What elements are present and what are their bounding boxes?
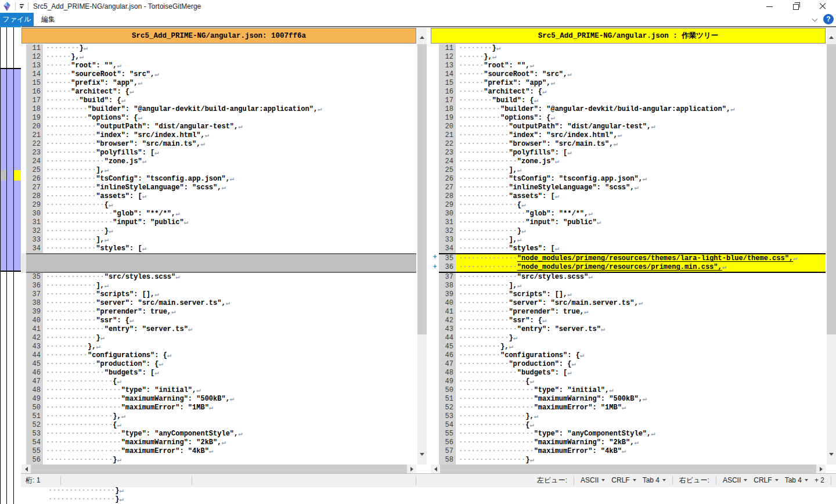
left-horizontal-scrollbar[interactable]: [21, 465, 416, 473]
code-line[interactable]: 56··················"maximumWarning": "2…: [431, 438, 826, 447]
scroll-left-icon[interactable]: [431, 465, 440, 473]
code-line[interactable]: 37··············"src/styles.scss"↵: [431, 273, 826, 282]
code-line[interactable]: 41··············"entry": "server.ts"↵: [21, 325, 416, 334]
code-line[interactable]: 15······"prefix": "app",↵: [431, 79, 826, 88]
scrollbar-thumb[interactable]: [440, 465, 816, 473]
scroll-left-icon[interactable]: [21, 465, 31, 473]
code-line[interactable]: 30················"glob": "**/*",↵: [21, 210, 416, 218]
code-line[interactable]: +35··············"node_modules/primeng/r…: [431, 253, 826, 263]
code-line[interactable]: 33············],↵: [21, 236, 416, 244]
code-line[interactable]: 31················"input": "public"↵: [21, 218, 416, 227]
code-line[interactable]: 27············"inlineStyleLanguage": "sc…: [21, 183, 416, 192]
code-line[interactable]: 18··········"builder": "@angular-devkit/…: [21, 105, 416, 114]
scroll-down-icon[interactable]: [827, 449, 836, 459]
code-line[interactable]: 25············],↵: [21, 166, 416, 175]
code-line[interactable]: 24··············"zone.js"↵: [431, 157, 826, 166]
code-line[interactable]: 28············"assets": [↵: [21, 192, 416, 201]
code-line[interactable]: 50··················"type": "initial",↵: [431, 386, 826, 395]
code-line[interactable]: 16······"architect": {↵: [431, 88, 826, 96]
code-line[interactable]: 44············}↵: [431, 334, 826, 343]
code-line[interactable]: 16······"architect": {↵: [21, 88, 416, 96]
left-tab-dropdown[interactable]: Tab 4: [643, 476, 666, 484]
code-line[interactable]: 51··················"maximumWarning": "5…: [431, 395, 826, 404]
code-line[interactable]: 29··············{↵: [21, 201, 416, 210]
scroll-right-icon[interactable]: [407, 465, 416, 473]
scroll-up-icon[interactable]: [417, 33, 427, 42]
right-encoding-dropdown[interactable]: ASCII: [723, 476, 747, 484]
code-line[interactable]: 36············],↵: [21, 282, 416, 290]
code-line[interactable]: 54················{↵: [431, 421, 826, 430]
code-line[interactable]: 48··············"budgets": [↵: [431, 369, 826, 377]
right-vertical-scrollbar[interactable]: [827, 28, 836, 465]
code-line[interactable]: 41············"prerender": true,↵: [431, 308, 826, 316]
code-line[interactable]: 21············"index": "src/index.html",…: [21, 131, 416, 140]
code-line[interactable]: 49··················"maximumWarning": "5…: [21, 395, 416, 404]
code-line[interactable]: 18··········"builder": "@angular-devkit/…: [431, 105, 826, 114]
code-line[interactable]: 29··············{↵: [431, 201, 826, 210]
code-line[interactable]: 20············"outputPath": "dist/angula…: [21, 123, 416, 131]
code-line[interactable]: 45············"production": {↵: [21, 360, 416, 369]
code-line[interactable]: 14······"sourceRoot": "src",↵: [431, 70, 826, 79]
right-code-area[interactable]: 11········}↵12······},↵13······"root": "…: [431, 44, 826, 465]
code-line[interactable]: 11········}↵: [431, 44, 826, 53]
scrollbar-thumb[interactable]: [31, 465, 407, 473]
code-line[interactable]: 45··········},↵: [431, 343, 826, 351]
code-line[interactable]: 39············"scripts": [],↵: [431, 290, 826, 299]
code-line[interactable]: 19··········"options": {↵: [431, 114, 826, 123]
code-line[interactable]: 52················{↵: [21, 421, 416, 430]
restore-button[interactable]: [783, 0, 809, 13]
close-button[interactable]: [809, 0, 836, 13]
code-line[interactable]: 23············"polyfills": [↵: [431, 149, 826, 157]
code-line[interactable]: 15······"prefix": "app",↵: [21, 79, 416, 88]
code-line[interactable]: 14······"sourceRoot": "src",↵: [21, 70, 416, 79]
code-line[interactable]: 24··············"zone.js"↵: [21, 157, 416, 166]
left-code-area[interactable]: 11········}↵12······},↵13······"root": "…: [21, 44, 416, 465]
right-horizontal-scrollbar[interactable]: [431, 465, 826, 473]
code-line[interactable]: 35··············"src/styles.scss"↵: [21, 273, 416, 282]
code-line[interactable]: 55··················"maximumError": "4kB…: [21, 447, 416, 456]
code-line[interactable]: 46··········"configurations": {↵: [431, 351, 826, 360]
code-line[interactable]: 11········}↵: [21, 44, 416, 53]
code-line[interactable]: 34············"styles": [↵: [431, 244, 826, 253]
code-line[interactable]: 26············"tsConfig": "tsconfig.app.…: [431, 175, 826, 183]
code-line[interactable]: 42············"ssr": {↵: [431, 316, 826, 325]
scrollbar-thumb[interactable]: [827, 44, 836, 334]
code-line[interactable]: 43··········},↵: [21, 343, 416, 351]
code-line[interactable]: 39············"prerender": true,↵: [21, 308, 416, 316]
code-line[interactable]: 13······"root": "",↵: [431, 62, 826, 70]
code-line[interactable]: 27············"inlineStyleLanguage": "sc…: [431, 183, 826, 192]
code-line[interactable]: 48··················"type": "initial",↵: [21, 386, 416, 395]
code-line[interactable]: 19··········"options": {↵: [21, 114, 416, 123]
locator-bar[interactable]: [0, 27, 21, 504]
code-line[interactable]: 40············"server": "src/main.server…: [431, 299, 826, 308]
code-line[interactable]: 50··················"maximumError": "1MB…: [21, 404, 416, 412]
left-encoding-dropdown[interactable]: ASCII: [581, 476, 605, 484]
code-line[interactable]: 56················}↵: [21, 456, 416, 465]
code-line[interactable]: 44··········"configurations": {↵: [21, 351, 416, 360]
code-line[interactable]: 21············"index": "src/index.html",…: [431, 131, 826, 140]
code-line[interactable]: 30················"glob": "**/*",↵: [431, 210, 826, 218]
quick-access-chevron-icon[interactable]: [19, 4, 24, 9]
code-line[interactable]: 26············"tsConfig": "tsconfig.app.…: [21, 175, 416, 183]
code-line[interactable]: 57··················"maximumError": "4kB…: [431, 447, 826, 456]
code-line[interactable]: 13······"root": "",↵: [21, 62, 416, 70]
scroll-right-icon[interactable]: [816, 465, 826, 473]
left-vertical-scrollbar[interactable]: [417, 28, 427, 465]
code-line[interactable]: 17········"build": {↵: [21, 96, 416, 105]
scroll-down-icon[interactable]: [417, 449, 427, 459]
code-line[interactable]: 40············"ssr": {↵: [21, 316, 416, 325]
code-line[interactable]: 22············"browser": "src/main.ts",↵: [21, 140, 416, 149]
code-line[interactable]: 22············"browser": "src/main.ts",↵: [431, 140, 826, 149]
code-line[interactable]: 38············],↵: [431, 282, 826, 290]
code-line[interactable]: 31················"input": "public"↵: [431, 218, 826, 227]
code-line[interactable]: 51················},↵: [21, 412, 416, 421]
code-line[interactable]: 47············"production": {↵: [431, 360, 826, 369]
code-line[interactable]: 37············"scripts": [],↵: [21, 290, 416, 299]
left-eol-dropdown[interactable]: CRLF: [611, 476, 636, 484]
code-line[interactable]: 25············],↵: [431, 166, 826, 175]
code-line[interactable]: 46··············"budgets": [↵: [21, 369, 416, 377]
code-line[interactable]: 43··············"entry": "server.ts"↵: [431, 325, 826, 334]
code-line[interactable]: 20············"outputPath": "dist/angula…: [431, 123, 826, 131]
code-line[interactable]: 17········"build": {↵: [431, 96, 826, 105]
app-icon[interactable]: [2, 2, 12, 11]
